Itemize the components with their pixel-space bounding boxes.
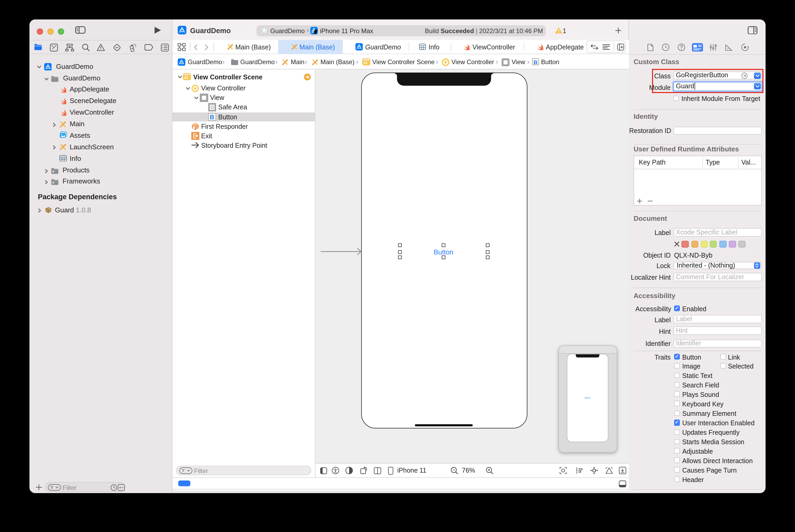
svg-text:1: 1 [196,127,198,129]
